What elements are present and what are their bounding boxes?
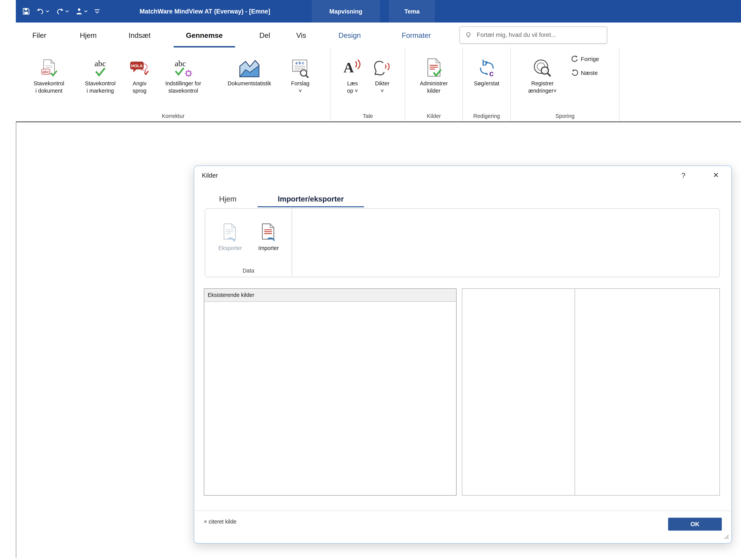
- button-label: ˅: [381, 87, 384, 95]
- button-label: op ˅: [347, 87, 358, 95]
- group-separator: [291, 209, 292, 277]
- next-change-button[interactable]: Næste: [571, 69, 599, 76]
- undo-icon: [37, 8, 44, 14]
- group-label-redigering: Redigering: [463, 113, 510, 119]
- svg-text:A: A: [343, 60, 354, 75]
- spelling-options-icon: abc: [173, 50, 194, 80]
- redo-icon: [56, 8, 64, 14]
- button-label: Angiv: [133, 80, 146, 87]
- svg-text:c: c: [489, 69, 494, 78]
- tab-formater[interactable]: Formater: [394, 22, 439, 48]
- dialog-close-button[interactable]: ✕: [713, 171, 719, 180]
- dictate-button[interactable]: Dikter ˅: [367, 48, 397, 95]
- save-icon: [22, 8, 30, 15]
- spellcheck-selection-icon: abc: [91, 50, 110, 80]
- read-aloud-icon: A: [342, 50, 362, 80]
- chevron-down-icon: [84, 10, 88, 13]
- button-label: Læs: [347, 80, 358, 87]
- dialog-help-button[interactable]: ?: [681, 171, 685, 179]
- tab-gennemse[interactable]: Gennemse: [175, 22, 233, 48]
- find-replace-button[interactable]: bc Søg/erstat: [465, 48, 508, 87]
- quick-access-toolbar: [22, 0, 100, 22]
- track-changes-icon: [532, 50, 553, 80]
- tab-del[interactable]: Del: [253, 22, 276, 48]
- person-button[interactable]: [76, 8, 88, 15]
- customize-quick-access-button[interactable]: [94, 9, 100, 13]
- existing-sources-header: Eksisterende kilder: [204, 289, 456, 302]
- tab-vis[interactable]: Vis: [289, 22, 313, 48]
- ribbon-group-tale: A Læs op ˅ Dikter ˅ Tale: [331, 48, 405, 121]
- group-label-korrektur: Korrektur: [16, 113, 330, 119]
- svg-text:abc: abc: [175, 59, 186, 68]
- chevron-down-icon: [46, 10, 49, 13]
- spelling-options-button[interactable]: abc Indstillinger for stavekontrol: [153, 48, 213, 95]
- ribbon-group-redigering: bc Søg/erstat Redigering: [463, 48, 511, 121]
- tell-me-search: [460, 26, 607, 44]
- svg-text:abc: abc: [94, 59, 106, 68]
- resize-grip[interactable]: [724, 533, 729, 541]
- group-label-data: Data: [205, 268, 291, 273]
- ribbon-tab-bar: Filer Hjem Indsæt Gennemse Del Vis Desig…: [16, 22, 741, 48]
- button-label: Næste: [581, 69, 598, 76]
- track-changes-button[interactable]: Registrer ændringer˅: [518, 48, 567, 95]
- button-label: Registrer: [531, 80, 554, 87]
- tab-indsaet[interactable]: Indsæt: [122, 22, 157, 48]
- export-icon: [221, 213, 239, 245]
- save-button[interactable]: [22, 8, 30, 15]
- dialog-tab-importer-eksporter[interactable]: Importer/eksporter: [258, 191, 364, 207]
- tab-design[interactable]: Design: [331, 22, 368, 48]
- export-button[interactable]: Eksporter: [211, 213, 250, 267]
- button-label: stavekontrol: [168, 87, 198, 95]
- previous-change-button[interactable]: Forrige: [571, 55, 599, 62]
- next-change-icon: [571, 69, 578, 76]
- existing-sources-list: Eksisterende kilder: [204, 289, 457, 496]
- set-language-button[interactable]: HOLA Angiv sprog: [126, 48, 153, 95]
- ok-button[interactable]: OK: [668, 518, 722, 531]
- button-label: i dokument: [36, 87, 63, 95]
- button-label: Stavekontrol: [33, 80, 64, 87]
- button-label: i markering: [87, 87, 114, 95]
- button-label: Forrige: [581, 55, 599, 62]
- panel-divider: [575, 289, 575, 495]
- button-label: ˅: [299, 87, 302, 95]
- spellcheck-document-button[interactable]: abc Stavekontrol i dokument: [23, 48, 74, 95]
- svg-text:abc: abc: [43, 70, 49, 74]
- redo-button[interactable]: [56, 8, 69, 14]
- undo-button[interactable]: [37, 8, 49, 14]
- button-label: Forslag: [291, 80, 309, 87]
- import-icon: [260, 213, 277, 245]
- cited-source-legend: × citeret kilde: [204, 519, 237, 524]
- dialog-tab-hjem[interactable]: Hjem: [215, 191, 240, 207]
- import-button[interactable]: Importer: [249, 213, 288, 267]
- titlebar-tab-tema[interactable]: Tema: [389, 0, 435, 22]
- set-language-icon: HOLA: [130, 50, 149, 80]
- svg-text:a b c: a b c: [295, 61, 304, 65]
- button-label: Dikter: [375, 80, 390, 87]
- spellcheck-selection-button[interactable]: abc Stavekontrol i markering: [74, 48, 126, 95]
- titlebar-tab-mapvisning[interactable]: Mapvisning: [312, 0, 380, 22]
- ribbon: abc Stavekontrol i dokument abc Stavekon…: [16, 48, 741, 122]
- titlebar: MatchWare MindView AT (Everway) - [Emne]…: [16, 0, 741, 22]
- button-label: Dokumentstatistik: [228, 80, 271, 87]
- document-statistics-button[interactable]: Dokumentstatistik: [213, 48, 285, 87]
- tell-me-input[interactable]: [476, 31, 602, 39]
- tab-filer[interactable]: Filer: [25, 22, 53, 48]
- button-label: sprog: [133, 87, 146, 95]
- spellcheck-document-icon: abc: [41, 50, 57, 80]
- application-window: MatchWare MindView AT (Everway) - [Emne]…: [0, 0, 741, 560]
- button-label: ændringer˅: [528, 87, 556, 95]
- customize-quick-access-icon: [94, 9, 100, 13]
- svg-text:b: b: [482, 58, 487, 67]
- group-label-sporing: Sporing: [511, 113, 619, 119]
- tab-hjem[interactable]: Hjem: [73, 22, 103, 48]
- suggestions-button[interactable]: a b c Forslag ˅: [285, 48, 315, 95]
- app-title: MatchWare MindView AT (Everway) - [Emne]: [139, 0, 270, 22]
- kilder-dialog: Kilder ? ✕ Hjem Importer/eksporter Ekspo…: [194, 166, 732, 543]
- document-statistics-icon: [238, 50, 260, 80]
- dictate-icon: [373, 50, 392, 80]
- suggestions-icon: a b c: [290, 50, 310, 80]
- ribbon-group-korrektur: abc Stavekontrol i dokument abc Stavekon…: [16, 48, 331, 121]
- read-aloud-button[interactable]: A Læs op ˅: [338, 48, 367, 95]
- manage-sources-button[interactable]: Administrer kilder: [410, 48, 458, 95]
- existing-sources-body[interactable]: [204, 302, 456, 495]
